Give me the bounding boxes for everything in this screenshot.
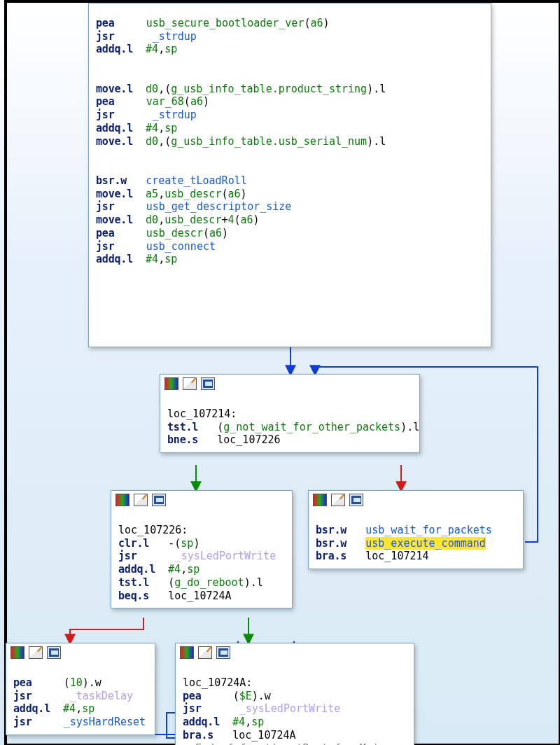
disasm-code-block: bsr.w usb_wait_for_packets bsr.w usb_exe…	[309, 510, 523, 569]
disasm-block-loc-107226[interactable]: loc_107226: clr.l -(sp) jsr _sysLedPortW…	[111, 490, 293, 608]
palette-icon[interactable]	[115, 494, 130, 506]
palette-icon[interactable]	[164, 377, 178, 390]
grid-icon[interactable]	[201, 377, 215, 390]
disasm-block-loc-10724a[interactable]: loc_10724A: pea ($E).w jsr _sysLedPortWr…	[175, 643, 414, 745]
grid-icon[interactable]	[349, 494, 363, 506]
paint-icon[interactable]	[29, 646, 43, 659]
disasm-code-block: pea (10).w jsr _taskDelay addq.l #4,sp j…	[6, 663, 155, 734]
grid-icon[interactable]	[152, 494, 166, 506]
paint-icon[interactable]	[183, 377, 197, 390]
disasm-block-reset[interactable]: pea (10).w jsr _taskDelay addq.l #4,sp j…	[6, 643, 155, 735]
paint-icon[interactable]	[331, 494, 345, 506]
paint-icon[interactable]	[134, 494, 148, 506]
disasm-code-block: loc_107214: tst.l (g_not_wait_for_other_…	[160, 394, 419, 452]
block-titlebar	[160, 375, 419, 394]
palette-icon[interactable]	[313, 494, 327, 506]
paint-icon[interactable]	[198, 646, 212, 659]
palette-icon[interactable]	[10, 646, 24, 659]
palette-icon[interactable]	[180, 646, 194, 659]
grid-icon[interactable]	[47, 646, 61, 659]
disasm-code-block: loc_10724A: pea ($E).w jsr _sysLedPortWr…	[176, 663, 414, 745]
disasm-block-usb-wait[interactable]: bsr.w usb_wait_for_packets bsr.w usb_exe…	[308, 490, 524, 569]
grid-icon[interactable]	[216, 646, 230, 659]
mnemonic: pea	[96, 17, 115, 29]
disasm-code-block: pea usb_secure_bootloader_ver(a6) jsr _s…	[89, 4, 491, 272]
block-titlebar	[111, 491, 292, 510]
disasm-code-block: loc_107226: clr.l -(sp) jsr _sysLedPortW…	[111, 510, 292, 608]
block-titlebar	[309, 491, 523, 510]
block-titlebar	[176, 643, 414, 663]
highlighted-symbol: usb_execute_command	[365, 537, 486, 550]
disasm-block-entry[interactable]: pea usb_secure_bootloader_ver(a6) jsr _s…	[88, 3, 491, 347]
disasm-block-loc-107214[interactable]: loc_107214: tst.l (g_not_wait_for_other_…	[160, 374, 420, 453]
block-titlebar	[6, 643, 155, 663]
